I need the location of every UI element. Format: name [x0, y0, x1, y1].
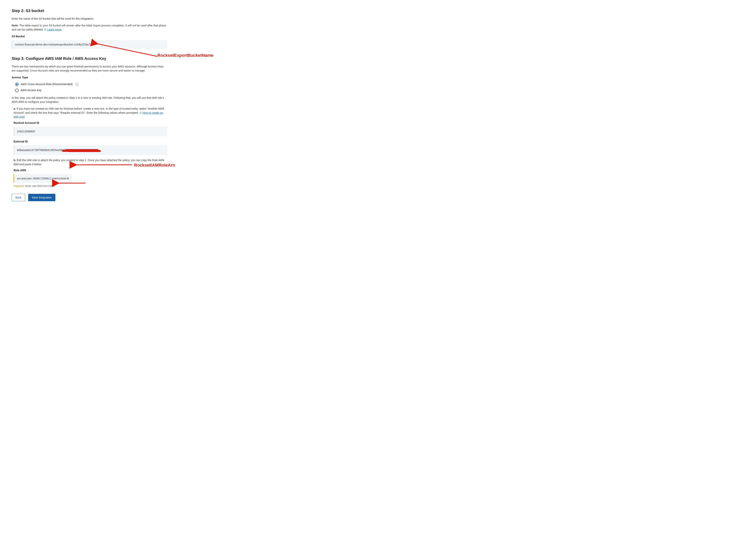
external-id-value: 8d9a2aab2c5730f78b66b619f20ee98af3 [13, 146, 167, 155]
radio-access-key[interactable]: AWS Access Key [15, 88, 167, 92]
s3-bucket-input[interactable] [12, 40, 167, 49]
access-type-radio-group: AWS Cross-Account Role (Recommended) i A… [15, 82, 167, 92]
step3-heading: Step 3: Configure AWS IAM Role / AWS Acc… [12, 56, 167, 61]
external-link-icon [140, 111, 142, 113]
access-type-label: Access Type [12, 76, 167, 80]
radio-unselected-icon [15, 89, 19, 92]
radio-key-label: AWS Access Key [21, 88, 41, 92]
external-id-label: External ID [13, 140, 167, 144]
step3-intro: There are two mechanisms by which you ca… [12, 64, 167, 73]
step2-note: Note: The table export to your S3 bucket… [12, 24, 167, 32]
required-text: Enter role ARN from AWS. [25, 185, 55, 187]
substep-b-text: Edit the IAM role to attach the policy y… [13, 159, 164, 166]
account-id-value: 318212636800 [13, 127, 167, 136]
note-label: Note: [12, 24, 19, 27]
save-integration-button[interactable]: Save Integration [28, 194, 55, 201]
note-text: The table export to your S3 bucket will … [12, 24, 166, 31]
external-link-icon [44, 28, 47, 30]
substep-a-block: a. If you have not created an IAM role f… [13, 107, 167, 188]
substep-a: a. If you have not created an IAM role f… [13, 107, 167, 119]
button-row: Back Save Integration [12, 194, 167, 201]
radio-cross-label: AWS Cross-Account Role (Recommended) [21, 82, 73, 86]
required-hint: Required: Enter role ARN from AWS. [13, 184, 167, 188]
redaction-mark [66, 150, 99, 151]
learn-more-link[interactable]: Learn more. [47, 28, 62, 31]
step2-heading: Step 2: S3 bucket [12, 8, 167, 13]
info-icon[interactable]: i [76, 83, 79, 86]
radio-selected-icon [15, 83, 19, 86]
role-arn-input[interactable] [13, 174, 72, 183]
radio-cross-account[interactable]: AWS Cross-Account Role (Recommended) i [15, 82, 167, 86]
step2-intro: Enter the name of the S3 bucket that wil… [12, 17, 167, 21]
substep-b-label: b. [13, 159, 16, 162]
external-id-text: 8d9a2aab2c5730f78b66b619f20ee98af3 [17, 148, 66, 151]
required-label: Required: [13, 185, 25, 187]
s3-bucket-label: S3 Bucket [12, 34, 167, 38]
role-arn-label: Role ARN [13, 168, 167, 172]
substep-a-label: a. [13, 107, 16, 110]
account-id-label: Rockset Account ID [13, 121, 167, 125]
substep-b: b. Edit the IAM role to attach the polic… [13, 158, 167, 166]
back-button[interactable]: Back [12, 194, 25, 201]
attach-policy-text: In this step, you will attach the policy… [12, 96, 167, 104]
form-body: Step 2: S3 bucket Enter the name of the … [12, 8, 167, 201]
